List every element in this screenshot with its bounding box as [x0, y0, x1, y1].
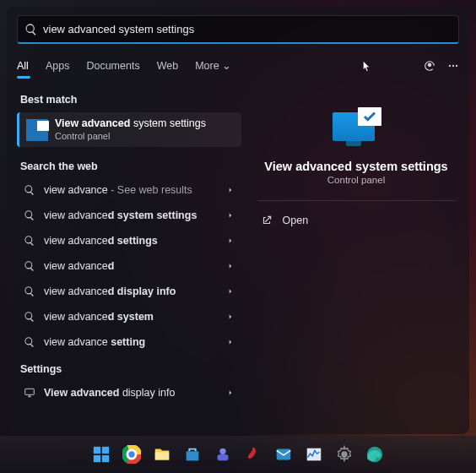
detail-title: View advanced system settings [264, 160, 447, 173]
chevron-right-icon [226, 313, 235, 321]
filter-tabs: All Apps Documents Web More⌄ [17, 54, 459, 77]
search-icon [24, 235, 35, 247]
web-result[interactable]: view advance setting [17, 329, 241, 355]
web-result-text: view advanced system settings [44, 209, 226, 221]
display-icon [24, 387, 35, 399]
open-icon [261, 215, 273, 226]
svg-rect-16 [277, 449, 291, 460]
web-result[interactable]: view advanced settings [17, 228, 241, 253]
chevron-right-icon [226, 262, 235, 270]
search-icon [24, 285, 35, 297]
media-icon[interactable] [243, 444, 263, 465]
start-search-panel: All Apps Documents Web More⌄ Best match … [7, 7, 469, 434]
web-result-text: view advance setting [44, 336, 226, 348]
search-bar[interactable] [17, 15, 459, 44]
settings-icon[interactable] [334, 444, 354, 465]
divider [257, 200, 456, 201]
account-sync-icon[interactable] [424, 60, 435, 72]
store-icon[interactable] [182, 444, 203, 465]
explorer-icon[interactable] [152, 444, 172, 465]
best-match-header: Best match [17, 89, 241, 111]
svg-point-2 [456, 64, 457, 66]
chrome-icon[interactable] [122, 444, 142, 465]
teams-icon[interactable] [213, 444, 233, 465]
best-match-item[interactable]: View advanced system settings Control pa… [17, 112, 241, 147]
best-match-title: View advanced system settings [55, 117, 206, 129]
mouse-cursor [361, 57, 373, 74]
search-icon [24, 260, 35, 272]
system-settings-icon [26, 119, 48, 141]
web-header: Search the web [17, 155, 241, 177]
edge-icon[interactable] [365, 444, 385, 465]
start-button[interactable] [91, 444, 111, 465]
chevron-right-icon [226, 389, 235, 397]
svg-rect-13 [155, 452, 170, 459]
web-result-text: view advanced display info [44, 285, 226, 297]
svg-rect-7 [102, 455, 109, 462]
svg-rect-15 [218, 454, 229, 460]
chevron-right-icon [226, 338, 235, 346]
search-icon [24, 23, 38, 36]
settings-header: Settings [17, 358, 241, 380]
detail-subtitle: Control panel [327, 175, 385, 185]
chevron-right-icon [226, 211, 235, 220]
tab-apps[interactable]: Apps [46, 55, 70, 77]
result-detail: View advanced system settings Control pa… [253, 85, 459, 427]
settings-result[interactable]: View advanced display info [17, 380, 241, 405]
taskmanager-icon[interactable] [304, 444, 324, 465]
search-icon [24, 336, 35, 348]
taskbar [0, 436, 476, 473]
svg-rect-6 [94, 455, 100, 462]
search-icon [24, 311, 35, 323]
tab-more[interactable]: More⌄ [195, 54, 230, 77]
svg-point-12 [128, 451, 134, 457]
more-icon[interactable] [447, 60, 459, 72]
web-result[interactable]: view advanced system [17, 304, 241, 329]
mail-icon[interactable] [273, 444, 294, 465]
svg-point-18 [341, 451, 347, 457]
web-result[interactable]: view advanced display info [17, 279, 241, 304]
svg-rect-3 [25, 389, 35, 395]
web-result-text: view advance - See web results [44, 184, 226, 196]
search-icon [24, 209, 35, 221]
chevron-right-icon [226, 236, 235, 245]
web-result-text: view advanced settings [44, 235, 226, 247]
system-settings-large-icon [331, 107, 381, 148]
svg-point-1 [452, 64, 454, 66]
web-result[interactable]: view advanced [17, 253, 241, 279]
tab-documents[interactable]: Documents [86, 55, 139, 77]
open-action[interactable]: Open [257, 209, 456, 231]
svg-rect-5 [102, 447, 109, 454]
web-result[interactable]: view advance - See web results [17, 177, 241, 203]
svg-rect-4 [94, 447, 100, 454]
tab-all[interactable]: All [17, 55, 29, 77]
best-match-subtitle: Control panel [55, 131, 206, 143]
svg-point-14 [219, 449, 225, 454]
search-icon [24, 184, 35, 196]
web-result[interactable]: view advanced system settings [17, 203, 241, 228]
svg-point-0 [449, 64, 451, 66]
chevron-right-icon [226, 287, 235, 296]
settings-result-text: View advanced display info [44, 387, 226, 399]
chevron-right-icon [226, 186, 235, 194]
web-result-text: view advanced [44, 260, 226, 272]
web-result-text: view advanced system [44, 311, 226, 323]
results-left: Best match View advanced system settings… [17, 85, 241, 427]
tab-web[interactable]: Web [157, 55, 178, 77]
search-input[interactable] [43, 23, 452, 35]
